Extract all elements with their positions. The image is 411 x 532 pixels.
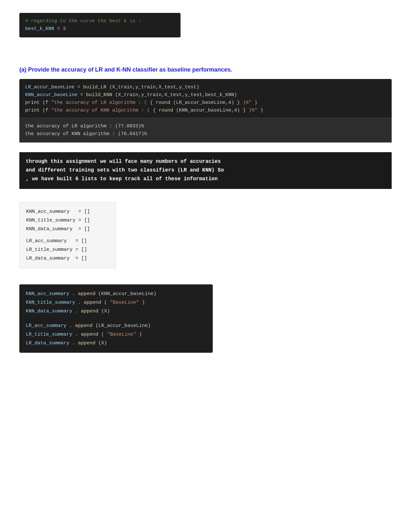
code-line-knn-build: KNN_accur_baseLine = build_KNN (X_train,…	[25, 91, 386, 99]
highlight-text-block: through this assignment we will face man…	[19, 152, 392, 189]
code-block-appends: KNN_acc_summary . append (KNN_accur_base…	[19, 284, 213, 353]
code-comment-line: # regarding to the curve the best k is :	[25, 17, 175, 25]
code-knn-acc-append: KNN_acc_summary . append (KNN_accur_base…	[26, 290, 206, 298]
highlight-line-1: through this assignment we will face man…	[26, 157, 385, 166]
highlight-line-2: and different training sets with two cla…	[26, 166, 385, 175]
code-line-print-knn: print (f "the accuracy of KNN algorithm …	[25, 107, 386, 114]
code-line-lr-build: LR_accur_baseLine = build_LR (X_train,y_…	[25, 84, 386, 91]
code-block-lists: KNN_acc_summary = [] KNN_title_summary =…	[19, 202, 116, 268]
code-lr-title-append: LR_title_summary . append ( "BaseLine" )	[26, 330, 206, 339]
code-lr-acc: LR_acc_summary = []	[26, 237, 109, 245]
code-variable-line: best_k_KNN = 3	[25, 25, 175, 33]
code-lr-data-append: LR_data_summary . append (X)	[26, 339, 206, 348]
code-knn-data-append: KNN_data_summary . append (X)	[26, 307, 206, 316]
code-knn-acc: KNN_acc_summary = []	[26, 207, 109, 216]
code-lr-title: LR_title_summary = []	[26, 245, 109, 254]
code-block-2: LR_accur_baseLine = build_LR (X_train,y_…	[19, 79, 392, 143]
output-knn: the accuracy of KNN algorithm : (76.0417…	[25, 130, 386, 138]
code-block-1: # regarding to the curve the best k is :…	[19, 13, 181, 37]
code-output-section: the accuracy of LR algorithm : (77.0833)…	[19, 118, 392, 143]
output-lr: the accuracy of LR algorithm : (77.0833)…	[25, 123, 386, 130]
code-knn-title-append: KNN_title_summary . append ( "BaseLine" …	[26, 298, 206, 307]
code-lr-data: LR_data_summary = []	[26, 254, 109, 263]
code-line-print-lr: print (f "the accuracy of LR algorithm :…	[25, 99, 386, 107]
code-lr-acc-append: LR_acc_summary . append (LR_accur_baseLi…	[26, 321, 206, 330]
code-knn-title: KNN_title_summary = []	[26, 216, 109, 225]
highlight-line-3: , we have built 6 lists to keep track al…	[26, 175, 385, 183]
code-knn-data: KNN_data_summary = []	[26, 225, 109, 233]
section-a-heading: (a) Provide the accuracy of LR and K-NN …	[19, 66, 392, 73]
